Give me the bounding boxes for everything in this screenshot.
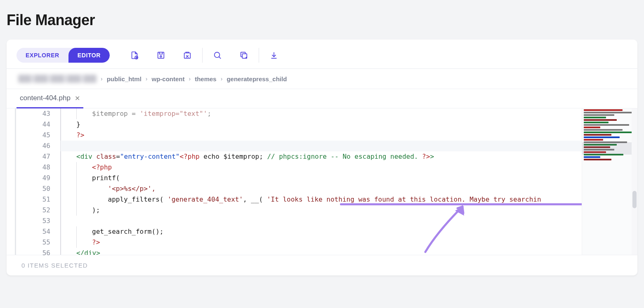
minimap-viewport[interactable]	[582, 142, 637, 155]
code-editor[interactable]: 43 44 45 46 47 48 49 50 51 52 53 54 55 5…	[7, 108, 637, 255]
line-number: 53	[16, 216, 60, 226]
code-line: <div class="entry-content"<?php echo $it…	[60, 151, 582, 162]
breadcrumb: › public_html › wp-content › themes › ge…	[7, 69, 637, 89]
line-number: 51	[16, 194, 60, 205]
discard-icon[interactable]	[174, 48, 201, 63]
line-number: 52	[16, 205, 60, 216]
code-line: '<p>%s</p>',	[60, 183, 582, 194]
line-number: 50	[16, 183, 60, 194]
code-line: ?>	[60, 237, 582, 248]
view-toggle: EXPLORER EDITOR	[17, 48, 110, 63]
vertical-scrollbar[interactable]	[632, 108, 637, 255]
explorer-tab-button[interactable]: EXPLORER	[17, 48, 68, 63]
main-panel: EXPLORER EDITOR	[7, 40, 637, 275]
file-tab-bar: content-404.php ✕	[7, 89, 637, 108]
chevron-right-icon: ›	[221, 75, 223, 82]
toolbar: EXPLORER EDITOR	[7, 40, 637, 69]
line-number: 54	[16, 226, 60, 237]
chevron-right-icon: ›	[146, 75, 148, 82]
save-icon[interactable]	[148, 48, 174, 63]
toolbar-icons	[121, 48, 287, 63]
code-line: printf(	[60, 173, 582, 183]
breadcrumb-domain[interactable]	[18, 75, 97, 83]
line-number: 44	[16, 119, 60, 130]
scrollbar-thumb[interactable]	[632, 191, 637, 208]
code-area[interactable]: $itemprop = 'itemprop="text"'; } ?> <div…	[60, 108, 582, 255]
code-line: ?>	[60, 130, 582, 141]
code-line: $itemprop = 'itemprop="text"';	[60, 108, 582, 119]
toolbar-separator	[202, 48, 203, 63]
code-line	[60, 216, 582, 226]
line-number: 55	[16, 237, 60, 248]
line-number: 43	[16, 108, 60, 119]
line-number: 47	[16, 151, 60, 162]
new-file-icon[interactable]	[121, 48, 148, 63]
file-tab-label: content-404.php	[20, 94, 71, 102]
breadcrumb-item[interactable]: public_html	[107, 75, 142, 82]
breadcrumb-item[interactable]: generatepress_child	[226, 75, 287, 82]
line-number: 56	[16, 248, 60, 259]
line-number: 49	[16, 173, 60, 183]
close-icon[interactable]: ✕	[75, 94, 80, 102]
svg-rect-3	[184, 53, 191, 59]
svg-point-4	[215, 52, 220, 58]
search-icon[interactable]	[204, 48, 231, 63]
breadcrumb-item[interactable]: wp-content	[152, 75, 185, 82]
line-number: 46	[16, 141, 60, 151]
download-icon[interactable]	[261, 48, 287, 63]
code-line-current	[60, 141, 582, 151]
code-line: );	[60, 205, 582, 216]
code-line: get_search_form();	[60, 226, 582, 237]
svg-point-2	[160, 56, 162, 57]
annotation-underline	[340, 203, 582, 205]
page-title: File Manager	[0, 0, 644, 33]
status-bar: 0 ITEMS SELECTED	[7, 255, 637, 275]
line-gutter: 43 44 45 46 47 48 49 50 51 52 53 54 55 5…	[15, 108, 60, 255]
minimap[interactable]	[582, 108, 637, 255]
line-number: 48	[16, 162, 60, 173]
copy-icon[interactable]	[231, 48, 257, 63]
chevron-right-icon: ›	[101, 75, 103, 82]
line-number: 45	[16, 130, 60, 141]
file-tab[interactable]: content-404.php ✕	[17, 89, 83, 108]
code-line: </div>	[60, 248, 582, 255]
toolbar-separator	[259, 48, 259, 63]
chevron-right-icon: ›	[189, 75, 191, 82]
editor-tab-button[interactable]: EDITOR	[68, 48, 110, 63]
code-line: <?php	[60, 162, 582, 173]
breadcrumb-item[interactable]: themes	[195, 75, 217, 82]
code-line: }	[60, 119, 582, 130]
